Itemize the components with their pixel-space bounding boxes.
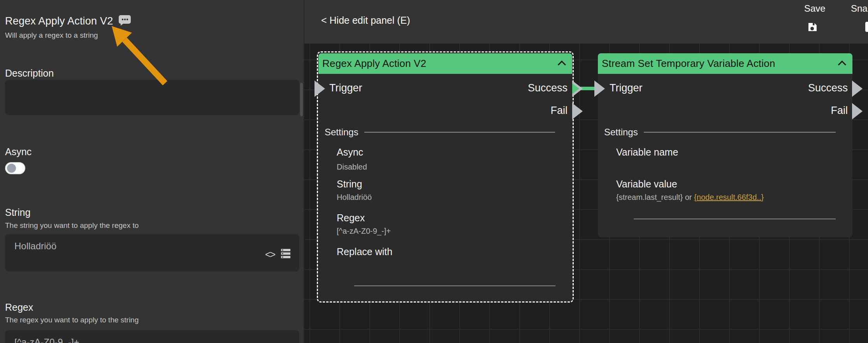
annotation-arrow-icon <box>0 0 304 343</box>
list-icon[interactable] <box>280 248 291 261</box>
node1-row-regex-value: [^a-zA-Z0-9_-]+ <box>337 227 391 236</box>
panel-scrollbar[interactable] <box>300 83 303 116</box>
panel-subtitle: Will apply a regex to a string <box>5 31 98 40</box>
node1-row-regex-label: Regex <box>337 212 365 224</box>
node1-row-string-label: String <box>337 178 362 190</box>
async-toggle[interactable] <box>5 162 25 174</box>
hide-edit-panel-button[interactable]: < Hide edit panel (E) <box>321 15 410 26</box>
node2-trigger-label: Trigger <box>610 82 643 94</box>
node2-success-label: Success <box>808 82 848 94</box>
string-input-value[interactable]: Holladriöö <box>14 241 56 252</box>
app-window: Regex Apply Action V2 Will apply a regex… <box>0 0 868 343</box>
varvalue-node-result-link[interactable]: {node.result.66f3d..} <box>694 193 764 201</box>
description-input[interactable] <box>5 80 299 115</box>
save-icon[interactable] <box>807 22 818 34</box>
code-editor-icon[interactable]: <> <box>265 249 275 260</box>
node1-settings-rule <box>364 132 555 133</box>
node-regex-apply-action[interactable]: Regex Apply Action V2 Trigger Success Fa… <box>318 53 572 301</box>
node1-fail-label: Fail <box>550 105 568 117</box>
varvalue-plain: {stream.last_result} or <box>616 193 694 201</box>
chevron-up-icon[interactable] <box>838 61 846 69</box>
node1-trigger-label: Trigger <box>329 82 362 94</box>
panel-title: Regex Apply Action V2 <box>5 15 113 27</box>
string-input[interactable]: Holladriöö <> <box>5 234 299 271</box>
node1-row-string-value: Holladriöö <box>337 193 372 202</box>
description-label: Description <box>5 68 54 79</box>
node1-header[interactable]: Regex Apply Action V2 <box>318 53 572 74</box>
node2-row-varname-label: Variable name <box>616 147 678 158</box>
node2-row-varvalue-value: {stream.last_result} or {node.result.66f… <box>616 193 764 202</box>
node2-title: Stream Set Temporary Variable Action <box>602 58 775 70</box>
node1-row-async-label: Async <box>337 147 363 158</box>
node1-bottom-rule <box>354 285 555 286</box>
node2-header[interactable]: Stream Set Temporary Variable Action <box>598 53 852 74</box>
node1-settings-label: Settings <box>325 127 358 138</box>
async-label: Async <box>5 146 32 158</box>
node-stream-set-temp-variable[interactable]: Stream Set Temporary Variable Action Tri… <box>598 53 852 237</box>
snap-icon[interactable] <box>865 22 868 32</box>
node1-title: Regex Apply Action V2 <box>322 58 426 70</box>
node1-success-label: Success <box>528 82 568 94</box>
edit-panel: Regex Apply Action V2 Will apply a regex… <box>0 0 304 343</box>
node1-row-async-value: Disabled <box>337 163 367 172</box>
node2-row-varvalue-label: Variable value <box>616 178 677 190</box>
save-label: Save <box>804 3 826 14</box>
comment-bubble-icon[interactable] <box>118 15 132 28</box>
chevron-up-icon[interactable] <box>558 61 566 69</box>
node2-settings-label: Settings <box>604 127 638 138</box>
node2-settings-rule <box>644 132 836 133</box>
regex-label: Regex <box>5 302 33 313</box>
string-help: The string you want to apply the regex t… <box>5 221 139 230</box>
node2-bottom-rule <box>634 219 836 219</box>
panel-title-row: Regex Apply Action V2 <box>5 15 132 28</box>
regex-help: The regex you want to apply to the strin… <box>5 316 139 324</box>
node1-row-replace-label: Replace with <box>337 246 392 257</box>
regex-input-value[interactable]: [^a-zA-Z0-9_-]+ <box>14 337 79 343</box>
async-toggle-knob <box>7 164 16 173</box>
toolbar: < Hide edit panel (E) Save Snap <box>304 0 868 44</box>
string-label: String <box>5 207 30 218</box>
node2-fail-label: Fail <box>831 105 848 117</box>
snap-label: Snap <box>851 3 868 14</box>
regex-input[interactable]: [^a-zA-Z0-9_-]+ <box>5 330 299 343</box>
